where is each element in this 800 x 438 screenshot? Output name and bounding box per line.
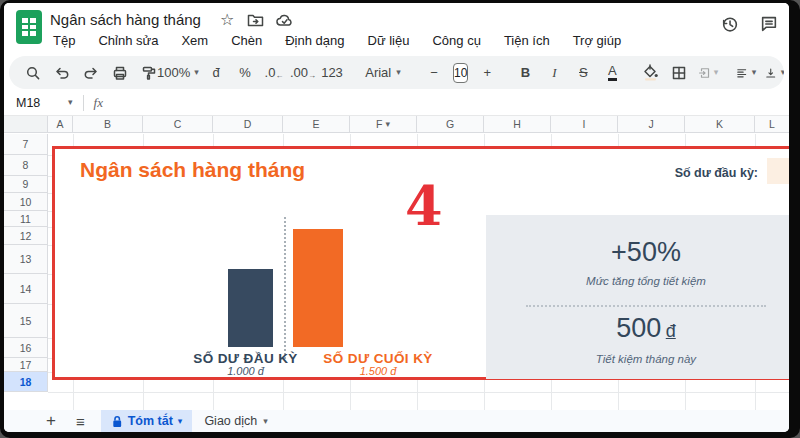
row-header-17[interactable]: 17 [4,358,48,372]
merge-cells-icon: ▾ [698,61,718,85]
increase-decimal-button[interactable]: .00→ [293,61,313,85]
format-currency-button[interactable]: đ [206,61,226,85]
zoom-select[interactable]: 100%▾ [168,61,188,85]
name-box-dropdown-icon[interactable]: ▾ [68,98,73,107]
column-header-d[interactable]: D [213,116,283,133]
column-headers: A B C D E F▾ G H I J K L [4,116,789,134]
move-to-folder-icon[interactable] [247,13,264,28]
opening-balance-label: Số dư đầu kỳ: [510,166,758,180]
sheet-tab-transactions[interactable]: Giao dịch ▾ [192,414,279,428]
row-header-10[interactable]: 10 [4,193,48,211]
comments-icon[interactable] [760,15,778,33]
bar-value-closing: 1.500 đ [288,365,468,377]
formula-input[interactable] [103,90,789,115]
menu-edit[interactable]: Chỉnh sửa [93,31,163,50]
redo-icon[interactable] [81,61,101,85]
vertical-align-icon[interactable]: ▾ [765,61,784,85]
column-header-e[interactable]: E [283,116,350,133]
row-header-11[interactable]: 11 [4,211,48,227]
select-all-corner[interactable] [4,116,48,133]
toolbar: 100%▾ đ % .0← .00→ 123 Arial▾ − 10 + B I… [9,56,784,89]
fill-color-icon[interactable] [640,61,660,85]
column-header-i[interactable]: I [551,116,618,133]
formula-bar: M18 ▾ fx [4,90,789,116]
budget-chart-region[interactable]: Ngân sách hàng tháng 4 Số dư đầu kỳ: 1.0… [52,146,789,380]
borders-icon[interactable] [669,61,689,85]
menu-extensions[interactable]: Tiện ích [499,31,555,50]
column-header-h[interactable]: H [484,116,551,133]
row-header-12[interactable]: 12 [4,227,48,245]
cloud-saved-icon[interactable] [276,13,294,27]
all-sheets-menu-icon[interactable]: ≡ [76,413,85,430]
row-header-14[interactable]: 14 [4,274,48,304]
stats-panel: +50% Mức tăng tổng tiết kiệm 500 đ Tiết … [486,215,789,379]
horizontal-align-icon[interactable]: ▾ [736,61,756,85]
name-box[interactable]: M18 [16,96,66,110]
sheets-logo-icon[interactable] [16,10,42,44]
opening-balance-input-cell[interactable]: 1.0 [767,158,789,184]
row-header-16[interactable]: 16 [4,338,48,358]
more-formats-button[interactable]: 123 [322,61,342,85]
lock-icon [111,415,123,428]
undo-icon[interactable] [52,61,72,85]
strikethrough-button[interactable]: S [573,61,593,85]
star-icon[interactable]: ☆ [220,10,234,29]
column-header-g[interactable]: G [417,116,484,133]
column-header-k[interactable]: K [685,116,755,133]
column-header-j[interactable]: J [618,116,685,133]
savings-this-month-value: 500 đ [486,313,789,344]
menu-format[interactable]: Định dạng [280,31,349,50]
increase-font-size-button[interactable]: + [477,61,497,85]
document-title[interactable]: Ngân sách hàng tháng [50,11,201,28]
sheet-tab-bar: + ≡ Tóm tắt ▾ Giao dịch ▾ [4,410,789,432]
bold-button[interactable]: B [515,61,535,85]
bar-opening-balance [228,269,273,347]
italic-button[interactable]: I [544,61,564,85]
sheet-tab-summary[interactable]: Tóm tắt ▾ [101,410,193,432]
menu-data[interactable]: Dữ liệu [363,31,415,50]
row-header-9[interactable]: 9 [4,176,48,193]
text-color-button[interactable]: A [602,61,622,85]
row-header-18-selected[interactable]: 18 [4,372,48,392]
row-header-13[interactable]: 13 [4,245,48,274]
add-sheet-button[interactable]: + [46,411,56,431]
window-frame: Ngân sách hàng tháng ☆ Tệp Chỉnh sửa Xem… [0,0,800,438]
decrease-decimal-button[interactable]: .0← [264,61,284,85]
menu-help[interactable]: Trợ giúp [568,31,627,50]
decrease-font-size-button[interactable]: − [424,61,444,85]
tab-dropdown-icon: ▾ [178,417,183,426]
top-bar: Ngân sách hàng tháng ☆ Tệp Chỉnh sửa Xem… [4,3,789,53]
savings-growth-caption: Mức tăng tổng tiết kiệm [486,275,789,287]
column-f-dropdown-icon: ▾ [385,120,390,129]
format-percent-button[interactable]: % [235,61,255,85]
fx-icon: fx [94,95,103,111]
menu-insert[interactable]: Chèn [226,31,267,50]
bar-separator-line [284,217,286,359]
column-header-f[interactable]: F▾ [350,116,417,133]
column-header-c[interactable]: C [143,116,213,133]
menu-tools[interactable]: Công cụ [427,31,485,50]
row-header-7[interactable]: 7 [4,134,48,155]
search-icon[interactable] [23,61,43,85]
bar-label-closing: SỐ DƯ CUỐI KỲ [288,351,468,366]
version-history-icon[interactable] [720,15,739,34]
font-select[interactable]: Arial▾ [360,61,406,85]
menu-view[interactable]: Xem [176,31,213,50]
row-header-8[interactable]: 8 [4,155,48,176]
tab-dropdown-icon: ▾ [263,417,268,426]
row-header-15[interactable]: 15 [4,304,48,338]
column-header-l[interactable]: L [755,116,789,133]
menu-file[interactable]: Tệp [48,31,80,50]
app-screen: Ngân sách hàng tháng ☆ Tệp Chỉnh sửa Xem… [4,3,789,432]
savings-this-month-caption: Tiết kiệm tháng này [486,353,789,365]
column-header-a[interactable]: A [48,116,73,133]
paint-format-icon[interactable] [139,61,159,85]
column-header-b[interactable]: B [73,116,143,133]
print-icon[interactable] [110,61,130,85]
bar-closing-balance [293,229,343,347]
savings-growth-percent: +50% [486,237,789,268]
menu-bar: Tệp Chỉnh sửa Xem Chèn Định dạng Dữ liệu… [48,31,626,50]
font-size-input[interactable]: 10 [453,63,468,83]
dong-currency-symbol: đ [666,321,676,341]
panel-divider [526,305,766,307]
